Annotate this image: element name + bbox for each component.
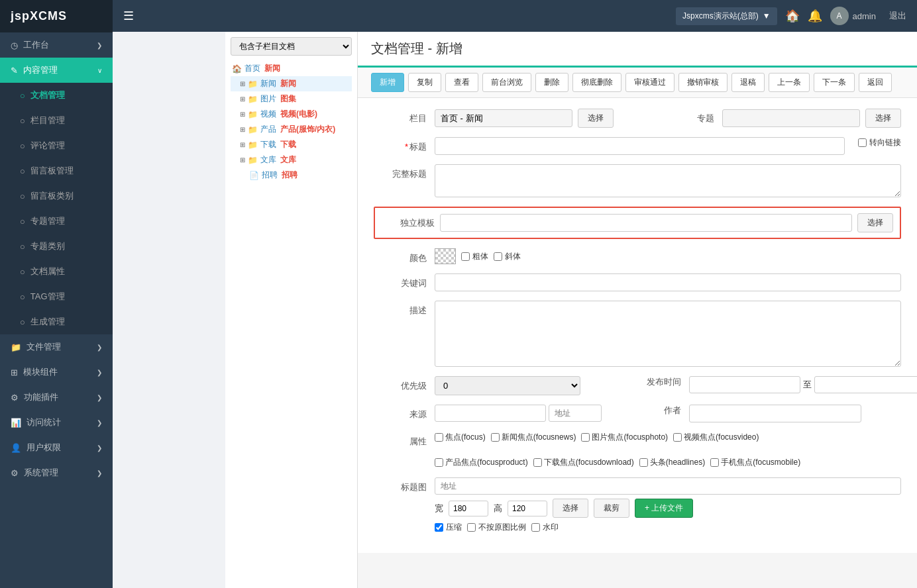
color-picker[interactable]	[435, 248, 456, 264]
bell-icon[interactable]: 🔔	[808, 9, 822, 23]
tree-node-library[interactable]: ⊞ 📁 文库 文库	[231, 152, 352, 168]
thumb-addr-input[interactable]	[435, 477, 901, 495]
tree-node-suffix: 招聘	[282, 170, 297, 181]
tree-node-home[interactable]: 🏠 首页 新闻	[231, 61, 352, 76]
tree-node-recruit[interactable]: 📄 招聘 招聘	[231, 168, 352, 183]
view-button[interactable]: 查看	[445, 73, 478, 92]
tree-node-news[interactable]: ⊞ 📁 新闻 新闻	[231, 76, 352, 91]
circle-icon: ○	[20, 191, 25, 201]
prev-button[interactable]: 上一条	[769, 73, 810, 92]
file-tree-select[interactable]: 包含子栏目文档	[231, 37, 352, 56]
thumb-crop-button[interactable]: 裁剪	[594, 499, 629, 518]
sidebar-item-guestbook-mgr[interactable]: ○ 留言板管理	[0, 158, 113, 183]
keywords-input[interactable]	[435, 273, 901, 291]
sidebar-item-doc-mgr[interactable]: ○ 文档管理	[0, 83, 113, 108]
delete-button[interactable]: 删除	[535, 73, 568, 92]
attr-focusmobile-checkbox[interactable]	[710, 458, 719, 467]
thumb-container: 宽 高 选择 裁剪 + 上传文件 压缩	[435, 477, 901, 533]
sidebar-item-stats[interactable]: 📊 访问统计 ❯	[0, 410, 113, 435]
attr-focus-checkbox[interactable]	[435, 433, 443, 442]
sidebar-item-topic-cat[interactable]: ○ 专题类别	[0, 234, 113, 259]
sidebar-item-tag-mgr[interactable]: ○ TAG管理	[0, 284, 113, 309]
attr-focusphoto-checkbox[interactable]	[581, 433, 590, 442]
sidebar-label: 栏目管理	[30, 115, 65, 126]
next-button[interactable]: 下一条	[814, 73, 855, 92]
sidebar-item-sys[interactable]: ⚙ 系统管理 ❯	[0, 460, 113, 485]
attr-focusproduct-checkbox[interactable]	[435, 458, 443, 467]
approve-button[interactable]: 审核通过	[625, 73, 674, 92]
site-selector[interactable]: Jspxcms演示站(总部) ▼	[676, 7, 777, 25]
full-title-textarea[interactable]	[435, 164, 901, 197]
source-addr-input[interactable]	[549, 405, 602, 422]
category-input[interactable]	[435, 109, 572, 127]
publish-start-input[interactable]	[689, 376, 800, 393]
attr-focusnews-checkbox[interactable]	[491, 433, 500, 442]
sidebar-item-module[interactable]: ⊞ 模块组件 ❯	[0, 360, 113, 385]
bold-checkbox[interactable]	[461, 252, 470, 261]
sidebar-item-col-mgr[interactable]: ○ 栏目管理	[0, 108, 113, 133]
circle-icon: ○	[20, 141, 25, 151]
logout-button[interactable]: 退出	[889, 10, 906, 22]
sidebar-item-doc-attr[interactable]: ○ 文档属性	[0, 259, 113, 284]
sidebar-item-comment-mgr[interactable]: ○ 评论管理	[0, 133, 113, 158]
revoke-button[interactable]: 撤销审核	[678, 73, 728, 92]
chevron-icon: ❯	[97, 444, 102, 452]
tree-node-product[interactable]: ⊞ 📁 产品 产品(服饰/内衣)	[231, 122, 352, 137]
attr-spacer	[374, 457, 427, 461]
thumb-width-input[interactable]	[449, 501, 488, 516]
desc-textarea[interactable]	[435, 301, 901, 367]
chevron-icon: ❯	[97, 469, 102, 477]
title-input[interactable]	[435, 137, 845, 155]
sidebar-item-workbench[interactable]: ◷ 工作台 ❯	[0, 32, 113, 58]
copy-button[interactable]: 复制	[408, 73, 441, 92]
back-button[interactable]: 返回	[859, 73, 892, 92]
tree-node-photo[interactable]: ⊞ 📁 图片 图集	[231, 91, 352, 107]
watermark-checkbox[interactable]	[531, 523, 540, 532]
attr-headlines-checkbox[interactable]	[639, 458, 648, 467]
thumb-row: 标题图 宽 高 选择 裁剪 + 上传文件	[374, 477, 901, 533]
attr-focusdownload-checkbox[interactable]	[533, 458, 542, 467]
form-area: 栏目 选择 专题 选择 标题 转向链接	[358, 98, 917, 553]
attr-focusphoto: 图片焦点(focusphoto)	[581, 432, 668, 443]
compress-checkbox[interactable]	[435, 523, 443, 532]
attr-focusvideo-checkbox[interactable]	[673, 433, 682, 442]
priority-select[interactable]: 0 1 2 3 4 5	[435, 376, 580, 395]
sidebar-item-users[interactable]: 👤 用户权限 ❯	[0, 435, 113, 460]
author-input[interactable]	[689, 405, 861, 422]
width-label: 宽	[435, 503, 443, 514]
sidebar-item-content[interactable]: ✎ 内容管理 ∨	[0, 58, 113, 83]
sidebar-item-plugin[interactable]: ⚙ 功能插件 ❯	[0, 385, 113, 410]
topic-input[interactable]	[722, 109, 860, 127]
topic-label: 专题	[661, 109, 714, 124]
standalone-select-button[interactable]: 选择	[857, 213, 893, 232]
sidebar-item-gen-mgr[interactable]: ○ 生成管理	[0, 309, 113, 334]
sidebar-label: 评论管理	[30, 140, 65, 152]
tree-node-download[interactable]: ⊞ 📁 下载 下载	[231, 137, 352, 152]
hamburger-icon[interactable]: ☰	[123, 9, 134, 23]
add-button[interactable]: 新增	[371, 73, 404, 92]
sidebar-item-guestbook-cat[interactable]: ○ 留言板类别	[0, 183, 113, 209]
tree-node-label: 视频	[260, 109, 276, 120]
tree-node-video[interactable]: ⊞ 📁 视频 视频(电影)	[231, 107, 352, 122]
thumb-select-button[interactable]: 选择	[553, 499, 588, 518]
sidebar-label: 留言板管理	[30, 165, 74, 177]
sidebar-item-file-mgr[interactable]: 📁 文件管理 ❯	[0, 334, 113, 360]
upload-button[interactable]: + 上传文件	[635, 499, 693, 518]
thumb-height-input[interactable]	[508, 501, 547, 516]
chevron-icon: ❯	[97, 369, 102, 376]
no-ratio-checkbox[interactable]	[467, 523, 476, 532]
italic-label: 斜体	[505, 251, 521, 262]
standalone-input[interactable]	[440, 214, 852, 232]
home-icon[interactable]: 🏠	[785, 9, 800, 23]
source-name-input[interactable]	[435, 405, 546, 422]
italic-checkbox[interactable]	[494, 252, 502, 261]
user-menu[interactable]: A admin	[830, 7, 876, 25]
category-select-button[interactable]: 选择	[578, 109, 614, 128]
withdraw-button[interactable]: 退稿	[731, 73, 765, 92]
preview-button[interactable]: 前台浏览	[482, 73, 531, 92]
delete-perm-button[interactable]: 彻底删除	[572, 73, 621, 92]
sidebar-item-topic-mgr[interactable]: ○ 专题管理	[0, 209, 113, 234]
topic-select-button[interactable]: 选择	[865, 109, 901, 128]
redirect-checkbox[interactable]	[858, 138, 867, 147]
publish-end-input[interactable]	[814, 376, 917, 393]
